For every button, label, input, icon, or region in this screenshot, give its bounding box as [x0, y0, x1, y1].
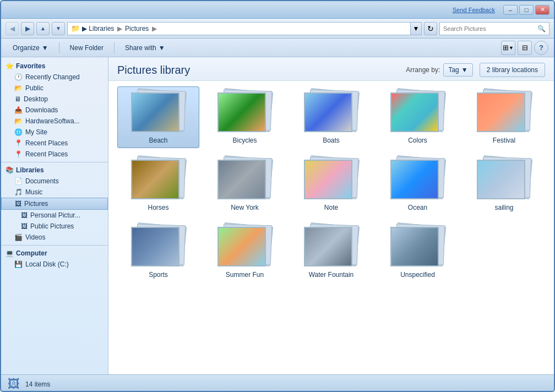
sidebar-item-recent-places-2[interactable]: 📍 Recent Places — [1, 149, 108, 160]
sidebar-item-my-site[interactable]: 🌐 My Site — [1, 127, 108, 138]
folder-item-unspecified[interactable]: Unspecified — [377, 221, 459, 282]
sidebar-item-music[interactable]: 🎵 Music — [1, 187, 108, 198]
sidebar-item-recent-places-1[interactable]: 📍 Recent Places — [1, 138, 108, 149]
lib-icon: 📚 — [6, 166, 14, 174]
folder-stack — [304, 90, 359, 134]
back-button[interactable]: ◀ — [6, 22, 19, 35]
folder-item-horses[interactable]: Horses — [117, 154, 199, 215]
folder-item-water-fountain[interactable]: Water Fountain — [290, 221, 372, 282]
folder-stack — [131, 225, 186, 269]
search-box: 🔍 — [439, 22, 549, 35]
photo-front — [304, 160, 352, 199]
sidebar-item-personal-pictures[interactable]: 🖼 Personal Pictur... — [1, 210, 108, 221]
videos-icon: 🎬 — [14, 233, 23, 241]
folder-label: Colors — [408, 137, 427, 144]
recent-places-icon-1: 📍 — [14, 139, 23, 147]
sidebar-item-public-pictures[interactable]: 🖼 Public Pictures — [1, 221, 108, 232]
folder-item-beach[interactable]: Beach — [117, 86, 199, 148]
preview-pane-button[interactable]: ⊟ — [518, 41, 532, 55]
sidebar-item-pictures[interactable]: 🖼 Pictures — [1, 198, 108, 210]
folder-item-colors[interactable]: Colors — [377, 86, 459, 148]
photo-front — [131, 92, 179, 132]
folder-item-festival[interactable]: Festival — [463, 86, 545, 148]
sidebar-item-desktop[interactable]: 🖥 Desktop — [1, 94, 108, 105]
folder-item-sailing[interactable]: sailing — [463, 154, 545, 215]
views-chevron-icon: ▼ — [509, 45, 514, 51]
content-header: Pictures library Arrange by: Tag ▼ 2 lib… — [108, 57, 554, 81]
sidebar-item-public[interactable]: 📂 Public — [1, 83, 108, 94]
recent-places-icon-2: 📍 — [14, 150, 23, 158]
folder-label: Horses — [148, 204, 168, 211]
libraries-header[interactable]: 📚 Libraries — [1, 165, 108, 176]
public-pics-icon: 🖼 — [21, 222, 28, 230]
folder-item-new-york[interactable]: New York — [204, 154, 286, 215]
photo-front — [217, 92, 266, 132]
photo-front — [390, 227, 439, 266]
folder-label: Note — [324, 204, 338, 211]
minimize-button[interactable]: – — [503, 5, 518, 15]
sidebar: ⭐ Favorites 🕐 Recently Changed 📂 Public … — [1, 57, 108, 374]
up-button[interactable]: ▲ — [36, 22, 50, 35]
folder-label: sailing — [494, 204, 513, 211]
share-with-button[interactable]: Share with ▼ — [119, 41, 171, 55]
libraries-section: 📚 Libraries 📄 Documents 🎵 Music 🖼 Pictur… — [1, 165, 108, 243]
search-input[interactable] — [443, 25, 537, 32]
path-label: ▶ Libraries ▶ Pictures ▶ — [82, 25, 158, 32]
folder-label: Festival — [493, 137, 515, 144]
toolbar-separator-1 — [59, 42, 59, 53]
folder-icon-hw: 📂 — [14, 117, 23, 125]
address-path[interactable]: 📁 ▶ Libraries ▶ Pictures ▶ — [67, 22, 411, 35]
music-icon: 🎵 — [14, 188, 23, 196]
photo-front — [304, 227, 352, 266]
folder-stack — [390, 225, 445, 269]
refresh-button[interactable]: ↻ — [424, 22, 437, 35]
photo-front — [390, 92, 439, 132]
folder-stack — [131, 90, 186, 134]
arrange-label: Arrange by: — [406, 66, 440, 74]
sidebar-item-downloads[interactable]: 📥 Downloads — [1, 105, 108, 116]
maximize-button[interactable]: □ — [519, 5, 534, 15]
help-button[interactable]: ? — [534, 41, 548, 55]
main-area: ⭐ Favorites 🕐 Recently Changed 📂 Public … — [1, 57, 554, 374]
folder-stack — [304, 157, 359, 202]
toolbar-separator-2 — [114, 42, 115, 53]
recent-locations-button[interactable]: ▼ — [52, 22, 65, 35]
address-dropdown[interactable]: ▼ — [411, 22, 422, 35]
views-button[interactable]: ⊞ ▼ — [501, 41, 515, 55]
folder-label: Summer Fun — [226, 271, 264, 279]
organize-button[interactable]: Organize ▼ — [7, 41, 55, 55]
sidebar-item-videos[interactable]: 🎬 Videos — [1, 232, 108, 243]
chevron-down-icon: ▼ — [42, 44, 48, 52]
send-feedback-link[interactable]: Send Feedback — [453, 7, 495, 13]
address-bar: ◀ ▶ ▲ ▼ 📁 ▶ Libraries ▶ Pictures ▶ ▼ ↻ 🔍 — [1, 19, 554, 39]
computer-icon: 💻 — [6, 249, 14, 257]
arrange-chevron-icon: ▼ — [461, 66, 468, 74]
folder-item-bicycles[interactable]: Bicycles — [204, 86, 286, 148]
computer-header[interactable]: 💻 Computer — [1, 248, 108, 259]
search-icon[interactable]: 🔍 — [537, 25, 546, 32]
library-locations-button[interactable]: 2 library locations — [480, 63, 545, 77]
folder-icon-pub: 📂 — [14, 84, 23, 92]
folder-item-summer-fun[interactable]: Summer Fun — [204, 221, 286, 282]
sidebar-item-hardwaresoftware[interactable]: 📂 HardwareSoftwa... — [1, 116, 108, 127]
folder-stack — [304, 225, 359, 269]
computer-section: 💻 Computer 💾 Local Disk (C:) — [1, 248, 108, 270]
star-icon: ⭐ — [6, 62, 14, 70]
new-folder-button[interactable]: New Folder — [64, 41, 110, 55]
folder-stack — [477, 90, 532, 134]
arrange-dropdown[interactable]: Tag ▼ — [443, 63, 472, 77]
sidebar-item-documents[interactable]: 📄 Documents — [1, 176, 108, 187]
folder-item-note[interactable]: Note — [290, 154, 372, 215]
status-item-count: 14 items — [25, 380, 50, 388]
favorites-header[interactable]: ⭐ Favorites — [1, 61, 108, 72]
forward-button[interactable]: ▶ — [21, 22, 34, 35]
photo-front — [217, 160, 266, 199]
folder-item-sports[interactable]: Sports — [117, 221, 199, 282]
sidebar-item-recently-changed[interactable]: 🕐 Recently Changed — [1, 72, 108, 83]
folder-item-ocean[interactable]: Ocean — [377, 154, 459, 215]
folder-label: Bicycles — [232, 137, 257, 144]
folder-item-boats[interactable]: Boats — [290, 86, 372, 148]
sidebar-item-local-disk[interactable]: 💾 Local Disk (C:) — [1, 259, 108, 270]
favorites-section: ⭐ Favorites 🕐 Recently Changed 📂 Public … — [1, 61, 108, 160]
close-button[interactable]: ✕ — [535, 5, 549, 15]
